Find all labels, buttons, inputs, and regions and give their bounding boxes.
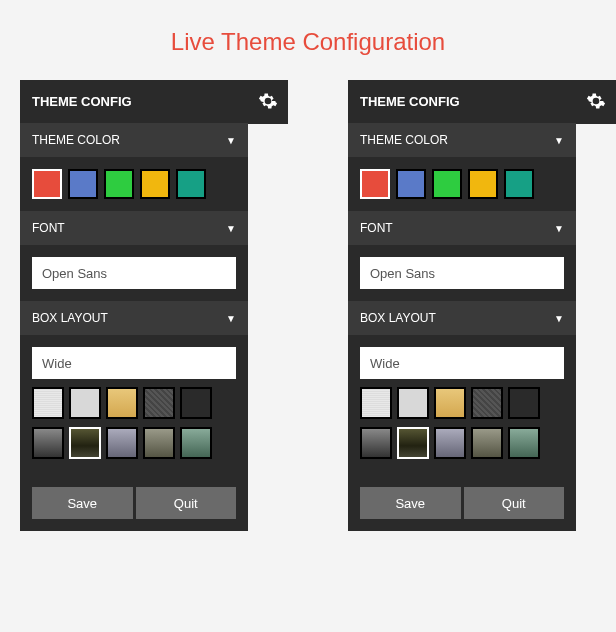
color-swatch-teal[interactable] (176, 169, 206, 199)
quit-button[interactable]: Quit (136, 487, 237, 519)
section-label: THEME COLOR (32, 133, 120, 147)
bg-image-swatch[interactable] (397, 427, 429, 459)
bg-image-swatch[interactable] (360, 427, 392, 459)
chevron-down-icon: ▼ (554, 223, 564, 234)
panel-title: THEME CONFIG (360, 94, 460, 109)
theme-color-header[interactable]: THEME COLOR ▼ (348, 123, 576, 157)
pattern-row-2 (32, 427, 236, 459)
layout-input[interactable] (360, 347, 564, 379)
section-label: FONT (360, 221, 393, 235)
color-swatch-yellow[interactable] (468, 169, 498, 199)
save-button[interactable]: Save (360, 487, 461, 519)
bg-image-swatch[interactable] (471, 427, 503, 459)
pattern-swatch[interactable] (69, 387, 101, 419)
pattern-swatch[interactable] (106, 387, 138, 419)
pattern-swatch[interactable] (32, 387, 64, 419)
settings-toggle-tab[interactable] (248, 80, 288, 124)
gear-icon (586, 91, 606, 114)
color-swatch-red[interactable] (32, 169, 62, 199)
pattern-row-1 (360, 387, 564, 419)
bg-image-swatch[interactable] (180, 427, 212, 459)
pattern-swatch[interactable] (180, 387, 212, 419)
color-swatch-row (348, 157, 576, 211)
section-label: FONT (32, 221, 65, 235)
font-input[interactable] (360, 257, 564, 289)
section-label: THEME COLOR (360, 133, 448, 147)
theme-color-header[interactable]: THEME COLOR ▼ (20, 123, 248, 157)
pattern-swatch[interactable] (434, 387, 466, 419)
box-layout-header[interactable]: BOX LAYOUT ▼ (20, 301, 248, 335)
gear-icon (258, 91, 278, 114)
color-swatch-yellow[interactable] (140, 169, 170, 199)
bg-image-swatch[interactable] (434, 427, 466, 459)
box-layout-header[interactable]: BOX LAYOUT ▼ (348, 301, 576, 335)
theme-config-panel: THEME CONFIG THEME COLOR ▼ FONT ▼ (348, 80, 576, 531)
theme-config-panel: THEME CONFIG THEME COLOR ▼ FONT ▼ (20, 80, 248, 531)
layout-input[interactable] (32, 347, 236, 379)
bg-image-swatch[interactable] (69, 427, 101, 459)
panel-header: THEME CONFIG (20, 80, 248, 123)
color-swatch-blue[interactable] (68, 169, 98, 199)
pattern-swatch[interactable] (471, 387, 503, 419)
color-swatch-blue[interactable] (396, 169, 426, 199)
quit-button[interactable]: Quit (464, 487, 565, 519)
pattern-swatch[interactable] (143, 387, 175, 419)
color-swatch-green[interactable] (432, 169, 462, 199)
settings-toggle-tab[interactable] (576, 80, 616, 124)
font-header[interactable]: FONT ▼ (20, 211, 248, 245)
save-button[interactable]: Save (32, 487, 133, 519)
color-swatch-green[interactable] (104, 169, 134, 199)
bg-image-swatch[interactable] (143, 427, 175, 459)
panel-header: THEME CONFIG (348, 80, 576, 123)
chevron-down-icon: ▼ (554, 313, 564, 324)
pattern-row-1 (32, 387, 236, 419)
panel-title: THEME CONFIG (32, 94, 132, 109)
bg-image-swatch[interactable] (106, 427, 138, 459)
pattern-row-2 (360, 427, 564, 459)
chevron-down-icon: ▼ (226, 135, 236, 146)
pattern-swatch[interactable] (360, 387, 392, 419)
bg-image-swatch[interactable] (32, 427, 64, 459)
color-swatch-teal[interactable] (504, 169, 534, 199)
color-swatch-row (20, 157, 248, 211)
pattern-swatch[interactable] (397, 387, 429, 419)
chevron-down-icon: ▼ (226, 313, 236, 324)
pattern-swatch[interactable] (508, 387, 540, 419)
color-swatch-red[interactable] (360, 169, 390, 199)
chevron-down-icon: ▼ (554, 135, 564, 146)
bg-image-swatch[interactable] (508, 427, 540, 459)
font-header[interactable]: FONT ▼ (348, 211, 576, 245)
font-input[interactable] (32, 257, 236, 289)
page-title: Live Theme Configuration (0, 0, 616, 80)
section-label: BOX LAYOUT (360, 311, 436, 325)
section-label: BOX LAYOUT (32, 311, 108, 325)
chevron-down-icon: ▼ (226, 223, 236, 234)
